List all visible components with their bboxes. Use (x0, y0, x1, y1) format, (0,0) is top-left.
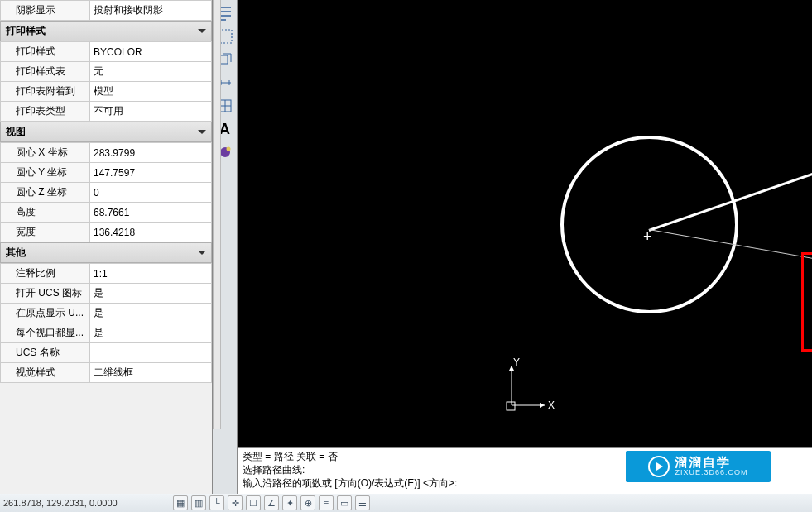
prop-key: 注释比例 (1, 264, 90, 284)
prop-val[interactable]: 147.7597 (90, 163, 212, 183)
prop-key: 在原点显示 U... (1, 304, 90, 323)
prop-val[interactable]: 模型 (90, 82, 212, 102)
watermark-logo: 溜溜自学 ZIXUE.3D66.COM (626, 451, 771, 482)
scrollbar[interactable] (213, 0, 221, 429)
prop-key: 宽度 (1, 223, 90, 242)
property-section-header[interactable]: 视图 (0, 122, 212, 142)
property-row: 每个视口都显...是 (1, 323, 212, 343)
prop-val[interactable]: 是 (90, 323, 212, 343)
property-row: 打印表类型不可用 (1, 102, 212, 122)
osnap-toggle-icon[interactable]: ☐ (246, 495, 261, 510)
logo-text-en: ZIXUE.3D66.COM (675, 469, 747, 477)
dyn-toggle-icon[interactable]: ⊕ (300, 495, 315, 510)
status-icon-11[interactable]: ☰ (355, 495, 370, 510)
grid-toggle-icon[interactable]: ▥ (191, 495, 206, 510)
prop-key: 打印样式 (1, 42, 90, 62)
section-title: 视图 (6, 125, 26, 139)
prop-val[interactable] (90, 343, 212, 363)
svg-text:X: X (548, 400, 555, 411)
coordinates-readout: 261.8718, 129.2031, 0.0000 (3, 498, 173, 508)
property-row: UCS 名称 (1, 343, 212, 363)
property-row: 在原点显示 U...是 (1, 304, 212, 323)
prop-val[interactable]: 283.9799 (90, 143, 212, 163)
svg-rect-5 (507, 402, 515, 410)
prop-val[interactable]: 不可用 (90, 102, 212, 122)
prop-key: 打印表类型 (1, 102, 90, 122)
circle-shape (560, 136, 738, 313)
prop-val[interactable]: 0 (90, 183, 212, 203)
polar-toggle-icon[interactable]: ✛ (228, 495, 243, 510)
properties-panel: 阴影显示投射和接收阴影打印样式打印样式BYCOLOR打印样式表无打印表附着到模型… (0, 0, 213, 512)
prop-key: 每个视口都显... (1, 323, 90, 343)
ucs-icon: X Y (505, 357, 563, 415)
prop-val[interactable]: 无 (90, 62, 212, 82)
property-row: 宽度136.4218 (1, 223, 212, 242)
logo-text-cn: 溜溜自学 (675, 456, 747, 470)
prop-val[interactable]: 1:1 (90, 264, 212, 284)
prop-val[interactable]: 是 (90, 304, 212, 323)
prop-key: 圆心 Y 坐标 (1, 163, 90, 183)
property-row: 打印表附着到模型 (1, 82, 212, 102)
prop-val[interactable]: 136.4218 (90, 223, 212, 242)
snap-toggle-icon[interactable]: ▦ (173, 495, 188, 510)
property-row: 圆心 X 坐标283.9799 (1, 143, 212, 163)
section-title: 其他 (6, 246, 26, 260)
prop-key: 打开 UCS 图标 (1, 284, 90, 304)
prop-key: 高度 (1, 203, 90, 223)
lwt-toggle-icon[interactable]: ≡ (319, 495, 334, 510)
property-row: 打开 UCS 图标是 (1, 284, 212, 304)
property-row: 注释比例1:1 (1, 264, 212, 284)
prop-key: 视觉样式 (1, 363, 90, 383)
property-row: 打印样式表无 (1, 62, 212, 82)
otrack-toggle-icon[interactable]: ∠ (264, 495, 279, 510)
drawing-canvas[interactable]: + 输入沿路径的项数或 ▾ < 345° X Y (238, 0, 812, 512)
prop-val[interactable]: 68.7661 (90, 203, 212, 223)
prop-key: UCS 名称 (1, 343, 90, 363)
highlight-box (801, 252, 812, 352)
prop-val[interactable]: 投射和接收阴影 (90, 1, 212, 21)
property-row: 圆心 Z 坐标0 (1, 183, 212, 203)
prop-val[interactable]: 是 (90, 284, 212, 304)
property-row: 打印样式BYCOLOR (1, 42, 212, 62)
svg-point-4 (226, 147, 230, 151)
section-title: 打印样式 (6, 24, 46, 38)
prop-key: 打印表附着到 (1, 82, 90, 102)
ducs-toggle-icon[interactable]: ✦ (282, 495, 297, 510)
property-row: 圆心 Y 坐标147.7597 (1, 163, 212, 183)
prop-val[interactable]: 二维线框 (90, 363, 212, 383)
property-row: 视觉样式二维线框 (1, 363, 212, 383)
status-bar: 261.8718, 129.2031, 0.0000 ▦ ▥ └ ✛ ☐ ∠ ✦… (0, 494, 812, 512)
property-row: 高度68.7661 (1, 203, 212, 223)
property-section-header[interactable]: 打印样式 (0, 21, 212, 41)
prop-key: 打印样式表 (1, 62, 90, 82)
collapse-icon[interactable] (198, 130, 206, 134)
svg-text:Y: Y (513, 357, 520, 368)
prop-key: 圆心 Z 坐标 (1, 183, 90, 203)
prop-key: 阴影显示 (1, 1, 90, 21)
collapse-icon[interactable] (198, 29, 206, 33)
prop-key: 圆心 X 坐标 (1, 143, 90, 163)
property-section-header[interactable]: 其他 (0, 242, 212, 263)
ortho-toggle-icon[interactable]: └ (209, 495, 224, 510)
status-icon-10[interactable]: ▭ (337, 495, 352, 510)
collapse-icon[interactable] (198, 251, 206, 255)
prop-val[interactable]: BYCOLOR (90, 42, 212, 62)
